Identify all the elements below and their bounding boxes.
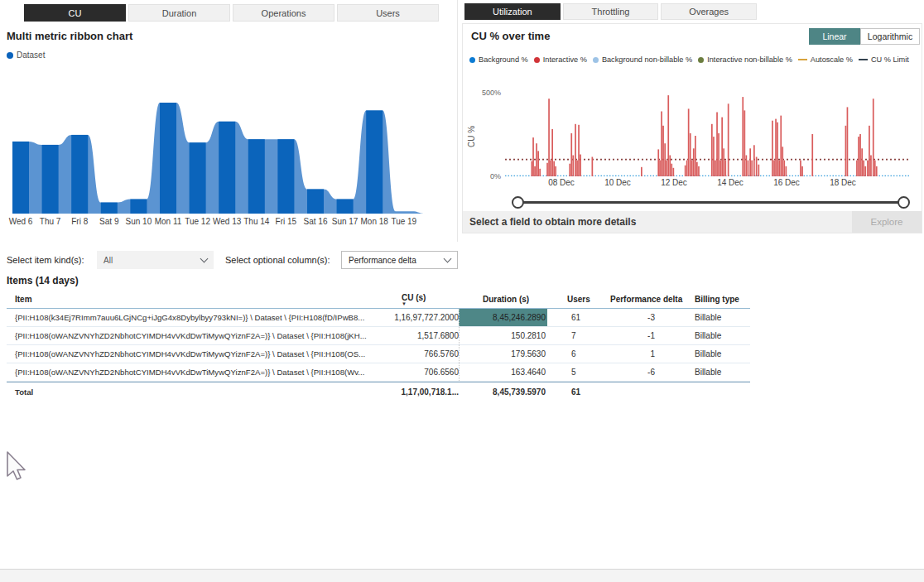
optional-columns-dropdown[interactable]: Performance delta (341, 251, 458, 269)
items-table-title: Items (14 days) (7, 275, 79, 286)
svg-text:Sun 10: Sun 10 (126, 217, 152, 226)
legend-item-background-non-billable[interactable]: Background non-billable % (593, 55, 692, 64)
legend-item-dataset[interactable]: Dataset (7, 51, 45, 60)
column-header-performance-delta[interactable]: Performance delta (597, 290, 690, 308)
svg-text:Wed 6: Wed 6 (9, 217, 33, 226)
cell-users[interactable]: 5 (547, 363, 597, 381)
item-kind-label: Select item kind(s): (7, 255, 84, 265)
optional-columns-value: Performance delta (349, 256, 416, 265)
item-kind-dropdown[interactable]: All (97, 251, 214, 269)
svg-text:0%: 0% (490, 172, 501, 180)
legend-label: Dataset (17, 51, 45, 60)
tab-utilization[interactable]: Utilization (464, 3, 561, 20)
legend-item-interactive[interactable]: Interactive % (534, 55, 587, 64)
cell-users[interactable]: 6 (547, 345, 597, 363)
cell-billing-type[interactable]: Billable (690, 327, 750, 344)
column-header-cu-s[interactable]: CU (s)▼ (389, 290, 459, 308)
cu-chart-title: CU % over time (471, 30, 550, 42)
cell-performance-delta[interactable]: -6 (597, 363, 690, 381)
svg-text:Sat 16: Sat 16 (304, 217, 328, 226)
legend-dot-interactive-non-billable (698, 57, 704, 63)
cell-billing-type[interactable]: Billable (690, 363, 750, 381)
cell-item[interactable]: {PII:H108(oWANZVNYhZD2NbhotCYIMDH4vVKdDw… (7, 327, 389, 344)
cell-duration[interactable]: 163.4640 (459, 363, 547, 381)
slider-track[interactable] (518, 201, 903, 204)
slider-handle-right[interactable] (898, 196, 910, 209)
cell-billing-type[interactable]: Billable (690, 345, 750, 363)
scale-button-logarithmic[interactable]: Logarithmic (860, 28, 920, 45)
cell-item[interactable]: {PII:H108(oWANZVNYhZD2NbhotCYIMDH4vVKdDw… (7, 363, 389, 381)
total-cell-billing-type (690, 382, 750, 402)
cell-cu[interactable]: 1,517.6800 (389, 327, 459, 344)
svg-text:16 Dec: 16 Dec (773, 178, 800, 187)
svg-text:10 Dec: 10 Dec (604, 178, 631, 187)
range-slider[interactable] (512, 195, 910, 209)
table-row[interactable]: {PII:H108(oWANZVNYhZD2NbhotCYIMDH4vVKdDw… (7, 363, 750, 382)
svg-text:Mon 11: Mon 11 (155, 217, 182, 226)
legend-dot-dataset (7, 52, 13, 59)
cell-cu[interactable]: 1,16,97,727.2000 (389, 309, 459, 326)
right-tab-bar: UtilizationThrottlingOverages (464, 3, 757, 20)
tab-cu[interactable]: CU (24, 4, 126, 22)
svg-text:Tue 19: Tue 19 (391, 217, 416, 226)
legend-line-cu-limit (859, 59, 868, 61)
cell-duration[interactable]: 8,45,246.2890 (459, 309, 547, 326)
table-row[interactable]: {PII:H108(oWANZVNYhZD2NbhotCYIMDH4vVKdDw… (7, 345, 750, 363)
cell-duration[interactable]: 179.5630 (459, 345, 547, 363)
svg-text:CU %: CU % (467, 126, 476, 147)
total-row: Total1,17,00,718.1...8,45,739.597061 (7, 382, 750, 402)
cell-cu[interactable]: 766.5760 (389, 345, 459, 363)
legend-line-autoscale (798, 59, 807, 61)
cell-performance-delta[interactable]: 1 (597, 345, 690, 363)
cell-performance-delta[interactable]: -3 (597, 309, 690, 326)
items-table: ItemCU (s)▼Duration (s)UsersPerformance … (7, 290, 750, 402)
tab-duration[interactable]: Duration (128, 4, 230, 22)
svg-text:Thu 14: Thu 14 (243, 217, 270, 226)
legend-item-cu-limit[interactable]: CU % Limit (859, 55, 909, 64)
cell-duration[interactable]: 150.2810 (459, 327, 547, 344)
explore-button[interactable]: Explore (852, 211, 922, 233)
svg-text:Tue 12: Tue 12 (185, 217, 210, 226)
column-header-duration-s[interactable]: Duration (s) (459, 290, 547, 308)
legend-item-interactive-non-billable[interactable]: Interactive non-billable % (698, 55, 792, 64)
cell-users[interactable]: 7 (547, 327, 597, 344)
total-cell-duration: 8,45,739.5970 (459, 382, 547, 402)
cell-users[interactable]: 61 (547, 309, 597, 326)
legend-label: Background % (479, 55, 528, 64)
tab-overages[interactable]: Overages (661, 3, 757, 20)
svg-text:Fri 8: Fri 8 (71, 217, 88, 226)
svg-text:12 Dec: 12 Dec (661, 178, 687, 187)
column-header-users[interactable]: Users (547, 290, 597, 308)
cell-cu[interactable]: 706.6560 (389, 363, 459, 381)
cu-chart[interactable]: CU %500%0%08 Dec10 Dec12 Dec14 Dec16 Dec… (463, 82, 922, 191)
legend-item-autoscale[interactable]: Autoscale % (798, 55, 853, 64)
cell-performance-delta[interactable]: -1 (597, 327, 690, 344)
tab-users[interactable]: Users (337, 4, 439, 22)
tab-operations[interactable]: Operations (233, 4, 334, 22)
legend-label: Interactive non-billable % (707, 55, 792, 64)
chevron-down-icon (200, 255, 209, 263)
table-row[interactable]: {PII:H108(k34Ej7RImm7auu6LGjNCg+iJgG4x8D… (7, 309, 750, 327)
card-footer: Select a field to obtain more details Ex… (463, 211, 922, 233)
cu-over-time-card: CU % over time LinearLogarithmic Backgro… (462, 23, 922, 233)
table-row[interactable]: {PII:H108(oWANZVNYhZD2NbhotCYIMDH4vVKdDw… (7, 327, 750, 345)
slider-handle-left[interactable] (512, 196, 524, 209)
scale-button-linear[interactable]: Linear (809, 28, 860, 45)
column-header-item[interactable]: Item (7, 290, 389, 308)
legend-item-background[interactable]: Background % (469, 55, 528, 64)
svg-text:18 Dec: 18 Dec (830, 178, 856, 187)
cell-billing-type[interactable]: Billable (690, 309, 750, 326)
ribbon-chart[interactable]: Wed 6Thu 7Fri 8Sat 9Sun 10Mon 11Tue 12We… (7, 75, 454, 232)
legend-dot-interactive (534, 57, 540, 63)
cell-item[interactable]: {PII:H108(k34Ej7RImm7auu6LGjNCg+iJgG4x8D… (7, 309, 389, 326)
optional-columns-label: Select optional column(s): (225, 255, 330, 265)
svg-text:Mon 18: Mon 18 (361, 217, 389, 226)
table-header-row: ItemCU (s)▼Duration (s)UsersPerformance … (7, 290, 750, 309)
panel-divider (457, 0, 458, 242)
svg-text:Sun 17: Sun 17 (332, 217, 359, 226)
tab-throttling[interactable]: Throttling (563, 3, 659, 20)
legend-label: Background non-billable % (602, 55, 692, 64)
column-header-billing-type[interactable]: Billing type (690, 290, 750, 308)
svg-text:Wed 13: Wed 13 (213, 217, 242, 226)
cell-item[interactable]: {PII:H108(oWANZVNYhZD2NbhotCYIMDH4vVKdDw… (7, 345, 389, 363)
